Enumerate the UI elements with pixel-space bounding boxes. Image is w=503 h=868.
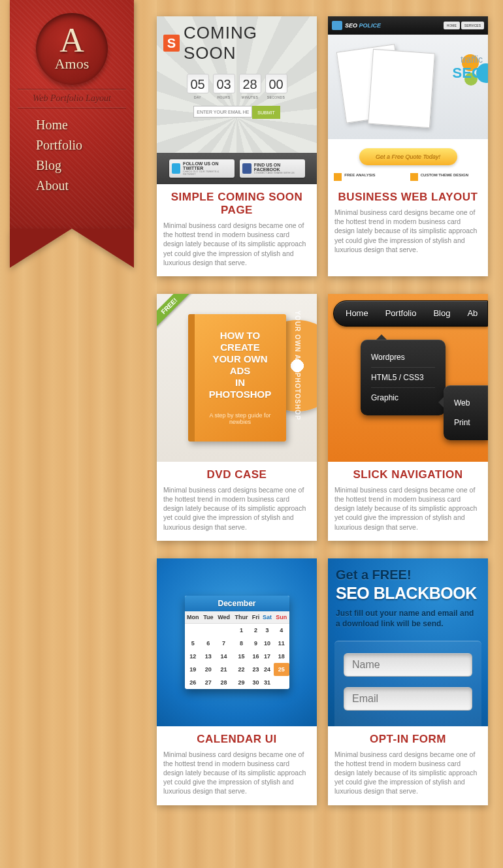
nav-btn[interactable]: HOME bbox=[444, 22, 460, 29]
calendar-month: December bbox=[185, 596, 289, 611]
calendar-day[interactable]: 26 bbox=[185, 676, 202, 689]
thumb-nav: Home Portfolio Blog Ab Wordpres HTML5 / … bbox=[328, 294, 488, 462]
calendar-day[interactable]: 17 bbox=[261, 650, 273, 663]
coming-soon-headline: COMING SOON bbox=[184, 23, 310, 63]
name-input[interactable] bbox=[344, 653, 472, 677]
optin-line3: Just fill out your name and email and a … bbox=[336, 608, 480, 629]
card-desc: Minimal business card designs became one… bbox=[334, 750, 481, 796]
dropdown-item[interactable]: Wordpres bbox=[371, 347, 435, 368]
countdown-unit: 03HOURS bbox=[213, 74, 235, 99]
calendar-day[interactable]: 12 bbox=[185, 650, 202, 663]
calendar-day[interactable]: 24 bbox=[261, 663, 273, 676]
main-nav: Home Portfolio Blog About bbox=[10, 115, 134, 196]
calendar-day[interactable]: 27 bbox=[201, 676, 215, 689]
calendar-day[interactable]: 4 bbox=[274, 623, 289, 637]
portfolio-card[interactable]: Get a FREE! SEO BLACKBOOK Just fill out … bbox=[328, 558, 488, 805]
nav-item[interactable]: Ab bbox=[467, 308, 478, 318]
sidebar-ribbon: A Amos Web Portfolio Layout Home Portfol… bbox=[10, 0, 134, 229]
calendar-day[interactable]: 18 bbox=[274, 650, 289, 663]
portfolio-card[interactable]: SEO POLICE HOMESERVICES trafficSEO Get a… bbox=[328, 16, 488, 276]
calendar-day[interactable]: 21 bbox=[215, 663, 232, 676]
nav-item[interactable]: Blog bbox=[433, 308, 450, 318]
twitter-button[interactable]: FOLLOW US ON TWITTERCHECK OUT OUR TWEETS… bbox=[169, 159, 235, 178]
calendar-day[interactable]: 20 bbox=[201, 663, 215, 676]
portfolio-card[interactable]: Home Portfolio Blog Ab Wordpres HTML5 / … bbox=[328, 294, 488, 541]
cta-button[interactable]: Get a Free Quote Today! bbox=[359, 148, 457, 165]
email-input[interactable] bbox=[193, 106, 252, 118]
dvd-box: HOW TO CREATEYOUR OWN ADSINPHOTOSHOP A s… bbox=[188, 314, 286, 442]
calendar-day[interactable]: 25 bbox=[274, 663, 289, 676]
twitter-icon bbox=[172, 163, 181, 174]
calendar-day[interactable]: 2 bbox=[250, 623, 261, 637]
email-input[interactable] bbox=[344, 687, 472, 711]
thumb-calendar: December MonTueWedThurFriSatSun123456789… bbox=[157, 558, 317, 726]
card-desc: Minimal business card designs became one… bbox=[334, 208, 481, 254]
calendar-day bbox=[215, 623, 232, 637]
nav-item[interactable]: Portfolio bbox=[385, 308, 417, 318]
thumb-dvd: FREE! YOUR OWN ADS PHOTOSHOP HOW TO CREA… bbox=[157, 294, 317, 462]
dropdown-item[interactable]: Graphic bbox=[371, 388, 435, 408]
calendar-day[interactable]: 11 bbox=[274, 637, 289, 650]
nav-home[interactable]: Home bbox=[36, 115, 134, 135]
dropdown-item[interactable]: HTML5 / CSS3 bbox=[371, 368, 435, 388]
calendar-day[interactable]: 5 bbox=[185, 637, 202, 650]
analysis-icon bbox=[334, 173, 342, 181]
portfolio-card[interactable]: December MonTueWedThurFriSatSun123456789… bbox=[157, 558, 317, 805]
s-badge-icon: S bbox=[163, 35, 180, 52]
card-title: OPT-IN FORM bbox=[334, 733, 481, 746]
card-title: SLICK NAVIGATION bbox=[334, 468, 481, 481]
free-ribbon: FREE! bbox=[157, 294, 192, 329]
dropdown-item[interactable]: Web bbox=[454, 393, 479, 413]
shield-icon bbox=[332, 21, 342, 30]
calendar-day[interactable]: 3 bbox=[261, 623, 273, 637]
dropdown: Web Print bbox=[444, 385, 488, 440]
calendar-day bbox=[201, 623, 215, 637]
card-title: CALENDAR UI bbox=[163, 733, 310, 746]
calendar-day[interactable]: 13 bbox=[201, 650, 215, 663]
facebook-button[interactable]: FIND US ON FACEBOOKCONNECT AND SHARE WIT… bbox=[240, 159, 305, 178]
theme-icon bbox=[410, 173, 418, 181]
calendar-day[interactable]: 19 bbox=[185, 663, 202, 676]
calendar-day[interactable]: 14 bbox=[215, 650, 232, 663]
card-desc: Minimal business card designs became one… bbox=[163, 221, 310, 267]
submit-button[interactable]: SUBMIT bbox=[252, 106, 280, 119]
calendar-day[interactable]: 9 bbox=[250, 637, 261, 650]
nav-blog[interactable]: Blog bbox=[36, 155, 134, 176]
calendar-day[interactable]: 6 bbox=[201, 637, 215, 650]
calendar-day[interactable]: 8 bbox=[233, 637, 251, 650]
nav-portfolio[interactable]: Portfolio bbox=[36, 135, 134, 155]
card-desc: Minimal business card designs became one… bbox=[163, 485, 310, 532]
calendar-day[interactable]: 15 bbox=[233, 650, 251, 663]
calendar-day[interactable]: 28 bbox=[215, 676, 232, 689]
countdown-unit: 28MINUTES bbox=[239, 74, 261, 99]
calendar-table: MonTueWedThurFriSatSun123456789101112131… bbox=[185, 611, 289, 689]
facebook-icon bbox=[242, 163, 252, 174]
thumb-coming-soon: S COMING SOON 05DAY03HOURS28MINUTES00SEC… bbox=[157, 16, 317, 184]
calendar-day[interactable]: 30 bbox=[250, 676, 261, 689]
logo-initial: A bbox=[59, 25, 84, 56]
logo-name: Amos bbox=[55, 56, 89, 72]
calendar-day[interactable]: 22 bbox=[233, 663, 251, 676]
dropdown: Wordpres HTML5 / CSS3 Graphic bbox=[361, 340, 446, 415]
nav-item[interactable]: Home bbox=[346, 308, 368, 318]
thumb-business: SEO POLICE HOMESERVICES trafficSEO Get a… bbox=[328, 16, 488, 184]
nav-btn[interactable]: SERVICES bbox=[461, 22, 484, 29]
calendar-day[interactable]: 31 bbox=[261, 676, 273, 689]
portfolio-card[interactable]: FREE! YOUR OWN ADS PHOTOSHOP HOW TO CREA… bbox=[157, 294, 317, 541]
paper-icon bbox=[368, 49, 435, 128]
calendar-day[interactable]: 16 bbox=[250, 650, 261, 663]
tagline: Web Portfolio Layout bbox=[18, 89, 126, 108]
calendar-day[interactable]: 23 bbox=[250, 663, 261, 676]
optin-line1: Get a FREE! bbox=[336, 568, 480, 583]
calendar-day[interactable]: 7 bbox=[215, 637, 232, 650]
nav-bar: Home Portfolio Blog Ab bbox=[333, 300, 488, 327]
calendar-day[interactable]: 29 bbox=[233, 676, 251, 689]
dropdown-item[interactable]: Print bbox=[454, 413, 479, 432]
card-title: DVD CASE bbox=[163, 468, 310, 481]
nav-about[interactable]: About bbox=[36, 176, 134, 196]
portfolio-grid: S COMING SOON 05DAY03HOURS28MINUTES00SEC… bbox=[157, 16, 490, 805]
portfolio-card[interactable]: S COMING SOON 05DAY03HOURS28MINUTES00SEC… bbox=[157, 16, 317, 276]
card-desc: Minimal business card designs became one… bbox=[334, 485, 481, 532]
calendar-day[interactable]: 10 bbox=[261, 637, 273, 650]
calendar-day[interactable]: 1 bbox=[233, 623, 251, 637]
